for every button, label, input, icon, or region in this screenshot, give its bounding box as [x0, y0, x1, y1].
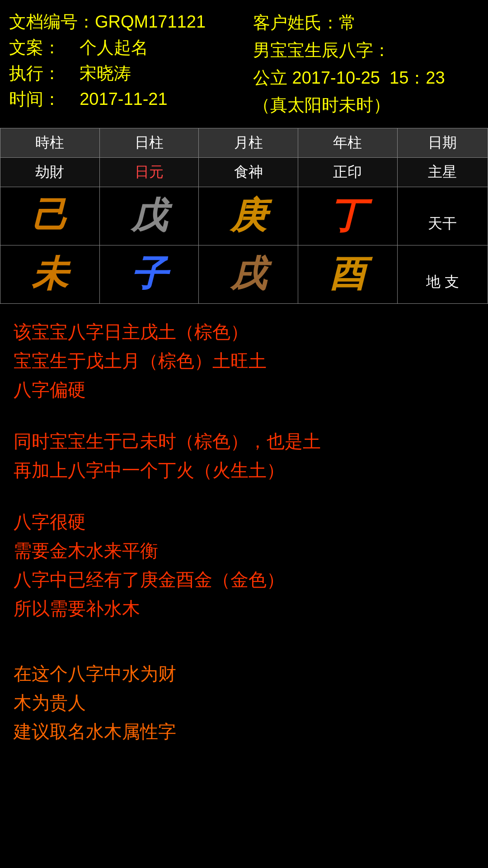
analysis-2-line-1: 同时宝宝生于己未时（棕色），也是土	[14, 427, 474, 456]
solar-date: 2017-10-25	[292, 68, 380, 87]
baby-label: 男宝宝生辰八字：	[253, 41, 390, 60]
tg-shi: 己	[0, 187, 100, 245]
exec-line: 执行： 宋晓涛	[9, 61, 235, 86]
analysis-1-line-2: 宝宝生于戊土月（棕色）土旺土	[14, 346, 474, 375]
header-left: 文档编号：GRQM171121 文案： 个人起名 执行： 宋晓涛 时间： 201…	[9, 9, 235, 119]
tg-nian: 丁	[298, 187, 397, 245]
analysis-block-1: 该宝宝八字日主戊土（棕色） 宝宝生于戊土月（棕色）土旺土 八字偏硬	[14, 317, 474, 404]
col-riqi: 日期	[397, 128, 488, 158]
time-value: 2017-11-21	[80, 90, 167, 108]
analysis-3-line-3: 八字中已经有了庚金酉金（金色）	[14, 565, 474, 594]
dz-nian: 酉	[298, 245, 397, 304]
analysis-3-line-1: 八字很硬	[14, 507, 474, 536]
time-line: 时间： 2017-11-21	[9, 86, 235, 112]
stars-row: 劫財 日元 食神 正印 主星	[0, 158, 488, 187]
solar-note-line: （真太阳时未时）	[253, 91, 479, 119]
star-nianzhu: 正印	[298, 158, 397, 187]
analysis-1-line-3: 八字偏硬	[14, 375, 474, 404]
star-yuezhu: 食神	[199, 158, 298, 187]
tg-label: 天干	[397, 187, 488, 245]
doc-number-line: 文档编号：GRQM171121	[9, 9, 235, 35]
analysis-2-line-2: 再加上八字中一个丁火（火生土）	[14, 456, 474, 485]
bazi-table: 時柱 日柱 月柱 年柱 日期 劫財 日元 食神 正印 主星 己 戊 庚 丁 天干…	[0, 128, 488, 304]
analysis-3-line-2: 需要金木水来平衡	[14, 536, 474, 565]
solar-date-line: 公立 2017-10-25 15：23	[253, 64, 479, 92]
dz-ri: 子	[99, 245, 199, 304]
analysis-block-3: 八字很硬 需要金木水来平衡 八字中已经有了庚金酉金（金色） 所以需要补水木	[14, 507, 474, 623]
header-section: 文档编号：GRQM171121 文案： 个人起名 执行： 宋晓涛 时间： 201…	[0, 0, 488, 123]
case-label: 文案：	[9, 38, 61, 57]
dz-shi: 未	[0, 245, 100, 304]
doc-number-label: 文档编号：	[9, 12, 95, 31]
client-label: 客户姓氏：	[253, 13, 339, 32]
solar-time: 15：23	[389, 68, 445, 87]
analysis-4-line-2: 木为贵人	[14, 688, 474, 717]
case-line: 文案： 个人起名	[9, 35, 235, 61]
analysis-4-line-3: 建议取名水木属性字	[14, 717, 474, 746]
client-line: 客户姓氏：常	[253, 9, 479, 37]
col-yuezhu: 月柱	[199, 128, 298, 158]
star-label: 主星	[397, 158, 488, 187]
dz-yue: 戌	[199, 245, 298, 304]
analysis-section: 该宝宝八字日主戊土（棕色） 宝宝生于戊土月（棕色）土旺土 八字偏硬 同时宝宝生于…	[0, 304, 488, 746]
col-shizhu: 時柱	[0, 128, 100, 158]
baby-label-line: 男宝宝生辰八字：	[253, 37, 479, 64]
solar-label: 公立	[253, 68, 287, 87]
analysis-block-4: 在这个八字中水为财 木为贵人 建议取名水木属性字	[14, 659, 474, 746]
dizhi-row: 未 子 戌 酉 地 支	[0, 245, 488, 304]
case-value: 个人起名	[80, 38, 148, 57]
tg-ri: 戊	[99, 187, 199, 245]
dz-label: 地 支	[397, 245, 488, 304]
star-shizhu: 劫財	[0, 158, 100, 187]
client-value: 常	[339, 13, 356, 32]
analysis-1-line-1: 该宝宝八字日主戊土（棕色）	[14, 317, 474, 346]
star-rizhu: 日元	[99, 158, 199, 187]
analysis-4-line-1: 在这个八字中水为财	[14, 659, 474, 688]
analysis-block-2: 同时宝宝生于己未时（棕色），也是土 再加上八字中一个丁火（火生土）	[14, 427, 474, 485]
analysis-3-line-4: 所以需要补水木	[14, 594, 474, 623]
table-header-row: 時柱 日柱 月柱 年柱 日期	[0, 128, 488, 158]
tiangan-row: 己 戊 庚 丁 天干	[0, 187, 488, 245]
exec-value: 宋晓涛	[80, 64, 131, 83]
time-label: 时间：	[9, 90, 61, 108]
header-right: 客户姓氏：常 男宝宝生辰八字： 公立 2017-10-25 15：23 （真太阳…	[253, 9, 479, 119]
doc-number-value: GRQM171121	[95, 12, 206, 31]
col-rizhu: 日柱	[99, 128, 199, 158]
tg-yue: 庚	[199, 187, 298, 245]
solar-note: （真太阳时未时）	[253, 95, 390, 114]
exec-label: 执行：	[9, 64, 61, 83]
col-nianzhu: 年柱	[298, 128, 397, 158]
